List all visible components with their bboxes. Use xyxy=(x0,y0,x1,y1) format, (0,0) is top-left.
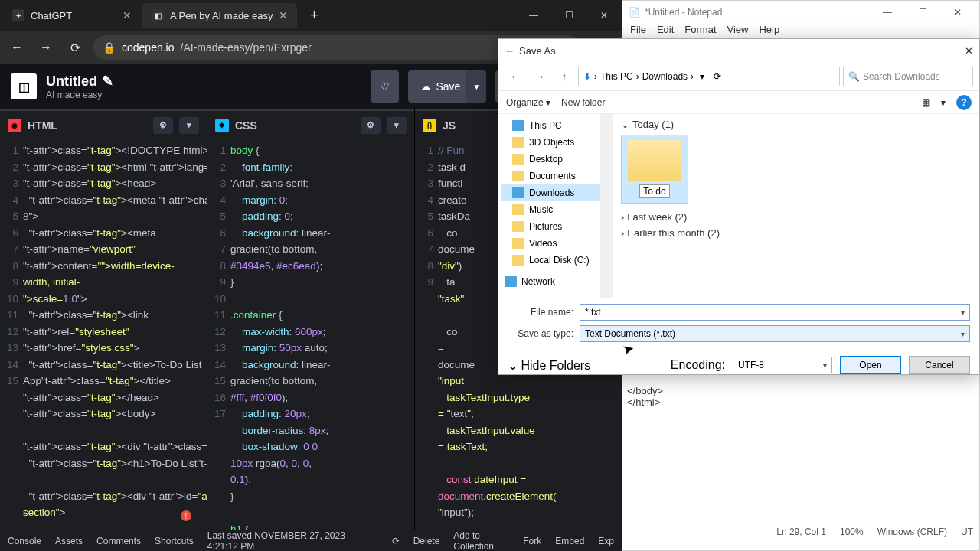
tree-item-videos: Videos xyxy=(501,235,609,252)
close-icon[interactable]: ✕ xyxy=(965,45,973,57)
back-icon[interactable]: ← xyxy=(505,45,514,57)
save-type-select[interactable]: Text Documents (*.txt) xyxy=(580,325,970,342)
embed-button[interactable]: Embed xyxy=(555,536,584,546)
back-button[interactable]: ← xyxy=(505,66,526,87)
close-icon[interactable]: ✕ xyxy=(586,3,622,28)
close-icon[interactable]: ✕ xyxy=(122,9,132,21)
html-code[interactable]: 1234 5 6 7 891011121314 15 "t-attr">clas… xyxy=(0,139,207,530)
breadcrumb-item[interactable]: Downloads xyxy=(642,71,688,82)
scrollbar[interactable] xyxy=(600,114,612,298)
delete-button[interactable]: Delete xyxy=(413,536,440,546)
menu-help[interactable]: Help xyxy=(759,24,779,40)
chevron-down-icon[interactable]: ▾ xyxy=(179,117,199,134)
refresh-icon[interactable]: ⟳ xyxy=(392,536,400,546)
fork-button[interactable]: Fork xyxy=(523,536,541,546)
url-host: codepen.io xyxy=(122,41,175,54)
tree-item-network: Network xyxy=(501,273,609,290)
close-icon[interactable]: ✕ xyxy=(942,2,973,23)
folder-item[interactable]: To do xyxy=(621,135,688,204)
tree-item-music: Music xyxy=(501,201,609,218)
assets-button[interactable]: Assets xyxy=(55,536,83,546)
codepen-icon: ◧ xyxy=(152,9,164,21)
breadcrumb-item[interactable]: This PC xyxy=(600,71,633,82)
pen-title-area: Untitled✎ AI made easy xyxy=(46,73,361,100)
close-icon[interactable]: ✕ xyxy=(279,9,288,21)
chevron-down-icon[interactable]: ▾ xyxy=(941,97,946,108)
file-pane[interactable]: ⌄Today (1) To do ›Last week (2) ›Earlier… xyxy=(613,114,979,298)
codepen-logo-icon[interactable]: ◫ xyxy=(11,73,37,99)
js-badge-icon: {} xyxy=(423,119,436,132)
forward-button[interactable]: → xyxy=(35,37,57,58)
help-icon[interactable]: ? xyxy=(956,95,972,110)
group-earlier[interactable]: ›Earlier this month (2) xyxy=(621,227,972,239)
pen-title[interactable]: Untitled xyxy=(46,73,97,90)
error-icon[interactable]: ! xyxy=(181,510,191,521)
shortcuts-button[interactable]: Shortcuts xyxy=(155,536,194,546)
maximize-icon[interactable]: ☐ xyxy=(551,3,586,28)
reload-button[interactable]: ⟳ xyxy=(64,37,86,58)
forward-button[interactable]: → xyxy=(529,66,550,87)
cancel-button[interactable]: Cancel xyxy=(909,356,970,374)
lock-icon: 🔒 xyxy=(103,41,116,54)
file-name-input[interactable]: *.txt xyxy=(580,304,970,321)
chevron-down-icon: ⌄ xyxy=(621,119,629,130)
css-code[interactable]: 12 345 678910 11 121314 151617 body { fo… xyxy=(207,139,414,530)
gear-icon[interactable]: ⚙ xyxy=(153,117,173,134)
dialog-body: This PC 3D Objects Desktop Documents Dow… xyxy=(498,114,979,298)
menu-file[interactable]: File xyxy=(630,24,646,40)
search-input[interactable]: 🔍 Search Downloads xyxy=(843,67,973,86)
encoding-label: Encoding: xyxy=(671,358,725,372)
edit-icon[interactable]: ✎ xyxy=(102,73,113,90)
tab-bar: ✦ ChatGPT ✕ ◧ A Pen by AI made easy ✕ + … xyxy=(0,0,622,31)
export-button[interactable]: Exp xyxy=(598,536,614,546)
editor-label: HTML xyxy=(28,119,57,132)
editor-header-css: ✱ CSS ⚙ ▾ xyxy=(207,109,414,139)
disk-icon xyxy=(512,255,524,266)
status-enc: UT xyxy=(961,527,973,537)
new-folder-button[interactable]: New folder xyxy=(561,97,605,108)
up-button[interactable]: ↑ xyxy=(554,66,575,87)
menu-format[interactable]: Format xyxy=(684,24,716,40)
file-name-label: File name: xyxy=(508,307,573,318)
network-icon xyxy=(505,276,517,287)
back-button[interactable]: ← xyxy=(6,37,28,58)
tab-chatgpt[interactable]: ✦ ChatGPT ✕ xyxy=(3,3,141,28)
organize-button[interactable]: Organize ▾ xyxy=(506,97,550,108)
folder-icon xyxy=(512,171,524,181)
css-badge-icon: ✱ xyxy=(215,119,229,132)
encoding-select[interactable]: UTF-8 xyxy=(733,357,832,373)
tree-item-downloads: Downloads xyxy=(501,184,609,201)
tab-label: A Pen by AI made easy xyxy=(170,10,273,21)
folder-tree[interactable]: This PC 3D Objects Desktop Documents Dow… xyxy=(498,114,613,298)
view-icon[interactable]: ▦ xyxy=(922,97,930,108)
status-zoom: 100% xyxy=(840,527,864,537)
html-editor: ◉ HTML ⚙ ▾ 1234 5 6 7 891011121314 15 "t… xyxy=(0,109,207,530)
folder-icon xyxy=(512,154,524,165)
gear-icon[interactable]: ⚙ xyxy=(361,117,381,134)
console-button[interactable]: Console xyxy=(8,536,41,546)
group-lastweek[interactable]: ›Last week (2) xyxy=(621,211,972,223)
refresh-icon[interactable]: ⟳ xyxy=(714,71,721,82)
save-dropdown[interactable]: ▼ xyxy=(466,70,486,103)
notepad-statusbar: Ln 29, Col 1 100% Windows (CRLF) UT xyxy=(622,523,979,540)
window-controls: — ☐ ✕ xyxy=(516,0,622,31)
minimize-icon[interactable]: — xyxy=(872,2,903,23)
tab-codepen[interactable]: ◧ A Pen by AI made easy ✕ xyxy=(142,3,297,28)
folder-label[interactable]: To do xyxy=(639,184,669,198)
comments-button[interactable]: Comments xyxy=(96,536,141,546)
new-tab-button[interactable]: + xyxy=(303,5,325,26)
hide-folders-toggle[interactable]: ⌄ Hide Folders xyxy=(508,358,590,373)
add-collection-button[interactable]: Add to Collection xyxy=(453,530,509,552)
chevron-down-icon[interactable]: ▾ xyxy=(700,71,704,82)
chevron-down-icon[interactable]: ▾ xyxy=(387,117,407,134)
heart-button[interactable]: ♡ xyxy=(371,70,399,103)
group-today[interactable]: ⌄Today (1) xyxy=(621,119,972,130)
maximize-icon[interactable]: ☐ xyxy=(907,2,938,23)
menu-view[interactable]: View xyxy=(727,24,749,40)
breadcrumb[interactable]: ⬇ › This PC › Downloads › ▾ ⟳ xyxy=(578,67,840,86)
editor-header-html: ◉ HTML ⚙ ▾ xyxy=(0,109,207,139)
open-button[interactable]: Open xyxy=(840,356,901,374)
menu-edit[interactable]: Edit xyxy=(657,24,674,40)
save-button[interactable]: ☁Save xyxy=(408,70,472,103)
minimize-icon[interactable]: — xyxy=(516,3,551,28)
